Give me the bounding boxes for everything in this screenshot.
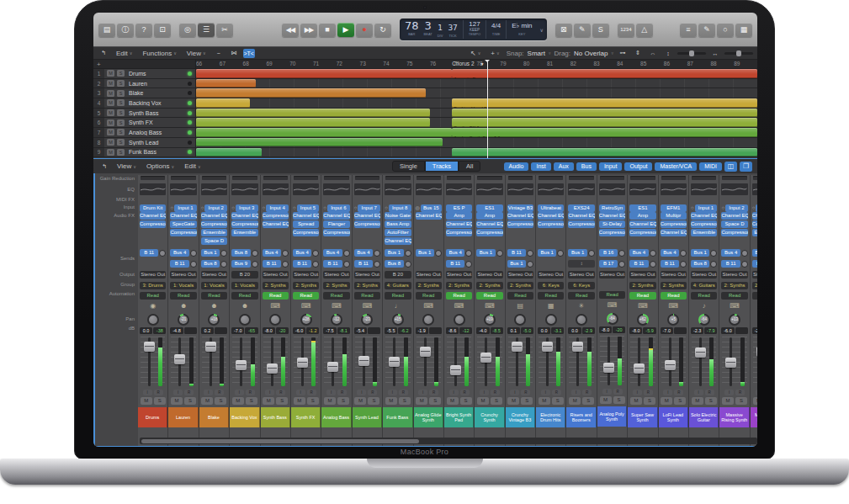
strip-name-label[interactable]: Funk Bass bbox=[383, 407, 412, 427]
solo-button[interactable]: S bbox=[154, 397, 166, 405]
automation-mode[interactable]: Read bbox=[507, 292, 533, 300]
peak-value[interactable]: -1.2 bbox=[306, 327, 319, 334]
filter-midi[interactable]: MIDI bbox=[699, 162, 722, 171]
send-bus[interactable]: B 11 bbox=[263, 260, 281, 268]
group-name[interactable]: 1: Vocals bbox=[170, 282, 196, 289]
strip-name-label[interactable]: Blake bbox=[199, 407, 229, 427]
strip-name-label[interactable]: Synth FX bbox=[291, 407, 321, 427]
fx-plugin[interactable]: Channel EQ bbox=[170, 212, 196, 220]
input-slot[interactable]: ○Input 1 bbox=[168, 204, 198, 212]
automation-slot[interactable]: Read bbox=[383, 292, 412, 301]
output-slot[interactable]: B 20 bbox=[230, 271, 259, 281]
fx-plugin[interactable]: Bass Amp bbox=[385, 220, 411, 228]
pan-knob[interactable]: +28 bbox=[300, 314, 312, 326]
input-name[interactable]: Ultrabeat bbox=[538, 204, 564, 212]
input-monitor-button[interactable]: I bbox=[357, 390, 366, 395]
input-name[interactable]: EXS24 bbox=[568, 204, 594, 212]
send-slot[interactable]: B 11 bbox=[719, 258, 749, 269]
output-name[interactable]: Stereo Out bbox=[568, 271, 594, 279]
input-slot[interactable]: EFM1 bbox=[659, 204, 688, 212]
fader-value[interactable]: -2.3 bbox=[691, 327, 703, 334]
automation-slot[interactable]: Read bbox=[475, 292, 504, 301]
fx-plugin[interactable]: Channel EQ bbox=[476, 220, 502, 228]
solo-button[interactable]: S bbox=[429, 397, 441, 405]
track-header-synth-fx[interactable]: 6MSSynth FX bbox=[93, 118, 196, 127]
automation-mode[interactable]: Read bbox=[140, 292, 166, 300]
group-slot[interactable]: 2: Synths bbox=[751, 282, 757, 291]
pan-knob[interactable]: +15 bbox=[392, 314, 404, 326]
send-bus[interactable]: B 11 bbox=[354, 260, 373, 268]
midi-fx-slot[interactable] bbox=[321, 198, 351, 204]
pencil-button[interactable]: ✎ bbox=[574, 23, 591, 37]
output-slot[interactable]: Stereo Out bbox=[475, 271, 504, 281]
back-icon[interactable]: ↰ bbox=[98, 162, 110, 171]
automation-mode[interactable]: Read bbox=[568, 292, 594, 300]
automation-slot[interactable]: Read bbox=[321, 292, 351, 301]
track-header-lauren[interactable]: 2MSLauren bbox=[93, 79, 196, 88]
fader-handle[interactable] bbox=[358, 356, 369, 366]
record-arm-button[interactable]: R bbox=[613, 389, 623, 395]
fader-value[interactable]: 0.0 bbox=[140, 327, 152, 334]
automation-slot[interactable]: Read bbox=[751, 292, 757, 301]
output-name[interactable]: Stereo Out bbox=[538, 271, 564, 279]
input-monitor-button[interactable]: I bbox=[510, 390, 519, 395]
send-slot[interactable]: Bus 4 bbox=[751, 247, 757, 258]
fader-value[interactable]: -8.6 bbox=[446, 327, 459, 334]
left-click-tool[interactable]: ↖∨ bbox=[467, 50, 484, 57]
send-slot[interactable]: B 16 bbox=[597, 247, 627, 258]
eq-thumbnail[interactable] bbox=[628, 183, 657, 198]
command-click-tool[interactable]: +∨ bbox=[487, 50, 502, 57]
midi-fx-slot[interactable] bbox=[199, 198, 229, 204]
input-monitor-button[interactable]: I bbox=[480, 390, 489, 395]
eq-thumbnail[interactable] bbox=[506, 183, 535, 198]
input-slot[interactable]: ○Input 8 bbox=[383, 204, 412, 212]
automation-mode[interactable]: Read bbox=[293, 292, 319, 300]
send-slot[interactable]: Bus 1 bbox=[506, 258, 535, 269]
metronome-icon[interactable]: △ bbox=[636, 23, 653, 37]
group-name[interactable]: 1: Vocals bbox=[231, 282, 257, 289]
automation-mode[interactable]: Read bbox=[263, 292, 289, 300]
automation-mode[interactable]: Read bbox=[721, 292, 747, 300]
inspector-icon[interactable]: ⓘ bbox=[117, 23, 134, 37]
pan-knob[interactable] bbox=[576, 314, 587, 326]
fx-plugin[interactable]: Channel EQ bbox=[752, 212, 757, 220]
send-slot[interactable]: Bus 1 bbox=[566, 247, 596, 258]
mute-button[interactable]: M bbox=[600, 396, 612, 404]
send-knob[interactable] bbox=[405, 261, 411, 268]
record-arm-button[interactable]: R bbox=[307, 390, 316, 395]
send-bus[interactable]: B 11 bbox=[293, 260, 311, 268]
send-bus[interactable]: Bus 1 bbox=[507, 260, 526, 268]
midi-fx-slot[interactable] bbox=[414, 198, 443, 204]
fader-value[interactable]: 0.0 bbox=[568, 327, 581, 334]
group-slot[interactable]: 2: Synths bbox=[628, 282, 657, 291]
midi-fx-slot[interactable] bbox=[719, 198, 749, 204]
fx-plugin[interactable]: Channel EQ bbox=[629, 220, 655, 228]
strip-name-label[interactable]: Crunchy Vintage B3 bbox=[506, 407, 535, 427]
group-slot[interactable]: 2: Synths bbox=[659, 282, 688, 291]
solo-button[interactable]: S bbox=[460, 397, 472, 405]
record-arm-button[interactable]: R bbox=[368, 390, 377, 395]
midi-fx-slot[interactable] bbox=[628, 198, 657, 204]
send-knob[interactable] bbox=[557, 250, 564, 257]
send-slot[interactable]: B 11 bbox=[353, 258, 382, 269]
scope-single[interactable]: Single bbox=[392, 161, 425, 172]
input-slot[interactable]: ○Input 3 bbox=[230, 204, 259, 212]
output-slot[interactable]: Stereo Out bbox=[659, 271, 688, 281]
mute-button[interactable]: M bbox=[107, 129, 114, 135]
record-button[interactable]: ● bbox=[356, 23, 373, 37]
send-bus[interactable]: Bus 8 bbox=[691, 260, 709, 268]
automation-mode[interactable]: Read bbox=[538, 292, 564, 300]
solo-button[interactable]: S bbox=[117, 99, 125, 106]
send-slot[interactable]: Bus 4 bbox=[321, 247, 351, 258]
track-lane[interactable] bbox=[196, 88, 757, 98]
automation-slot[interactable]: Read bbox=[689, 292, 719, 301]
fader-handle[interactable] bbox=[236, 360, 247, 370]
solo-button[interactable]: S bbox=[705, 397, 717, 405]
fader-handle[interactable] bbox=[695, 347, 706, 358]
automation-mode[interactable]: Read bbox=[385, 292, 411, 300]
editors-scissors-icon[interactable]: ✂ bbox=[216, 23, 233, 37]
solo-button[interactable]: S bbox=[307, 397, 319, 405]
group-slot[interactable]: 3: Drums bbox=[138, 282, 167, 291]
output-name[interactable]: Stereo Out bbox=[170, 271, 196, 279]
mute-button[interactable]: M bbox=[107, 70, 114, 77]
